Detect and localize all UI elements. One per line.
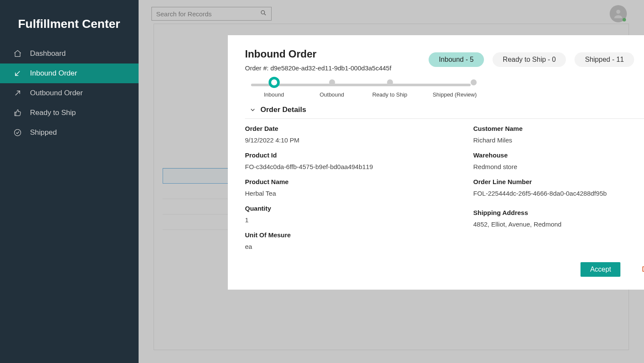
- section-title: Order Details: [260, 106, 306, 114]
- quantity-value: 1: [245, 216, 456, 224]
- check-circle-icon: [13, 128, 22, 137]
- nav-item-dashboard[interactable]: Dashboard: [0, 44, 139, 64]
- sidebar: Fulfillment Center Dashboard Inbound Ord…: [0, 0, 139, 363]
- warehouse-value: Redmond store: [473, 163, 644, 170]
- uom-value: ea: [245, 243, 456, 250]
- modal-overlay: Inbound Order Order #: d9e5820e-ad32-ed1…: [139, 0, 644, 363]
- decline-order-button[interactable]: Decline Order: [642, 266, 644, 273]
- step-label: Ready to Ship: [372, 91, 408, 98]
- quantity-label: Quantity: [245, 205, 456, 212]
- app-title: Fulfillment Center: [0, 0, 139, 44]
- product-id-value: FO-c3d4c0da-6ffb-4575-b9ef-bd0aa494b119: [245, 163, 456, 170]
- customer-name-value: Richard Miles: [473, 136, 644, 144]
- nav-label: Outbound Order: [30, 89, 83, 97]
- nav-label: Ready to Ship: [30, 109, 76, 117]
- filter-pill-ready-to-ship[interactable]: Ready to Ship - 0: [493, 52, 566, 67]
- shipping-address-value: 4852, Elliot, Avenue, Redmond: [473, 221, 644, 228]
- product-id-label: Product Id: [245, 151, 456, 159]
- step-dot-ready-to-ship: [387, 79, 393, 85]
- shipping-address-label: Shipping Address: [473, 209, 644, 216]
- filter-pill-inbound[interactable]: Inbound - 5: [429, 52, 484, 67]
- order-line-value: FOL-225444dc-26f5-4666-8da0-0ac4288df95b: [473, 190, 644, 197]
- product-name-value: Herbal Tea: [245, 190, 456, 197]
- step-dot-shipped: [471, 79, 477, 85]
- step-label: Shipped (Review): [432, 91, 477, 98]
- nav-item-ready-to-ship[interactable]: Ready to Ship: [0, 103, 139, 123]
- home-icon: [13, 49, 22, 58]
- main-content: Inbound Order Order #: d9e5820e-ad32-ed1…: [139, 0, 644, 363]
- modal-title: Inbound Order: [245, 48, 391, 60]
- order-number-value: d9e5820e-ad32-ed11-9db1-000d3a5c445f: [270, 64, 391, 72]
- step-dot-outbound: [329, 79, 335, 85]
- arrow-down-left-icon: [13, 69, 22, 78]
- section-order-details-header[interactable]: Order Details: [245, 101, 644, 119]
- step-dot-inbound: [269, 77, 280, 88]
- arrow-up-right-icon: [13, 88, 22, 98]
- thumbs-up-icon: [13, 108, 22, 118]
- product-name-label: Product Name: [245, 178, 456, 185]
- nav-label: Inbound Order: [30, 69, 77, 78]
- nav-item-outbound-order[interactable]: Outbound Order: [0, 83, 139, 103]
- step-label: Outbound: [320, 91, 344, 98]
- step-label: Inbound: [264, 91, 284, 98]
- order-line-label: Order Line Number: [473, 178, 644, 185]
- nav-label: Shipped: [30, 128, 57, 137]
- svg-point-0: [15, 130, 21, 136]
- order-number-prefix: Order #:: [245, 64, 270, 72]
- nav-label: Dashboard: [30, 49, 66, 58]
- progress-stepper: Inbound Outbound Ready to Ship Shipped (…: [245, 79, 477, 98]
- inbound-order-modal: Inbound Order Order #: d9e5820e-ad32-ed1…: [228, 35, 644, 290]
- warehouse-label: Warehouse: [473, 151, 644, 159]
- chevron-down-icon: [249, 106, 256, 113]
- filter-pill-shipped[interactable]: Shipped - 11: [574, 52, 634, 67]
- uom-label: Unit Of Mesure: [245, 231, 456, 239]
- accept-button[interactable]: Accept: [581, 262, 620, 277]
- order-date-value: 9/12/2022 4:10 PM: [245, 136, 456, 144]
- order-number: Order #: d9e5820e-ad32-ed11-9db1-000d3a5…: [245, 64, 391, 72]
- customer-name-label: Customer Name: [473, 125, 644, 132]
- order-date-label: Order Date: [245, 125, 456, 132]
- nav-item-shipped[interactable]: Shipped: [0, 123, 139, 142]
- nav-item-inbound-order[interactable]: Inbound Order: [0, 64, 139, 83]
